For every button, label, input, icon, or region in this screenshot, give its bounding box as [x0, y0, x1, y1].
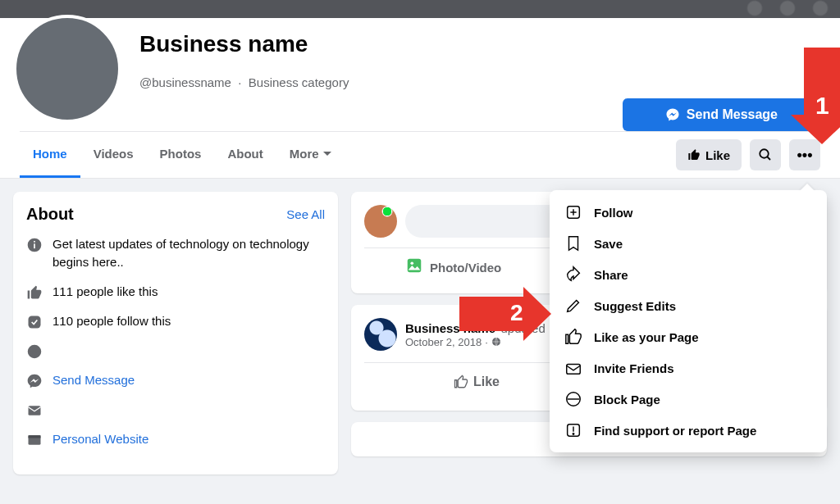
tab-home[interactable]: Home [20, 132, 80, 178]
menu-follow-label: Follow [594, 206, 633, 220]
more-dropdown-menu: Follow Save Share Suggest Edits Like as … [550, 190, 827, 452]
like-label: Like [705, 148, 730, 162]
svg-line-1 [767, 157, 770, 160]
post-avatar[interactable] [364, 318, 397, 351]
menu-like-as-page-label: Like as your Page [594, 330, 699, 344]
bookmark-icon [564, 234, 582, 252]
menu-suggest-edits[interactable]: Suggest Edits [556, 290, 820, 321]
svg-point-0 [760, 149, 769, 158]
svg-rect-9 [29, 435, 41, 438]
menu-block-page[interactable]: Block Page [556, 384, 820, 415]
messenger-icon [665, 107, 680, 122]
tab-about[interactable]: About [214, 132, 276, 178]
page-header: Business name @businessname · Business c… [0, 18, 840, 179]
mail-icon [26, 402, 43, 419]
about-card: About See All Get latest updates of tech… [13, 192, 338, 474]
tab-videos[interactable]: Videos [80, 132, 147, 178]
follow-icon [564, 203, 582, 221]
menu-suggest-edits-label: Suggest Edits [594, 299, 676, 313]
page-category: Business category [249, 75, 349, 89]
invite-icon [564, 359, 582, 377]
menu-save-label: Save [594, 237, 623, 251]
thumbs-up-icon [687, 148, 701, 161]
svg-rect-10 [408, 259, 422, 273]
photo-video-button[interactable]: Photo/Video [430, 261, 501, 275]
annotation-arrow-2: 2 [459, 287, 551, 341]
annotation-arrow-1: 1 [804, 48, 840, 116]
about-website-link-row[interactable]: Personal Website [26, 430, 325, 448]
post-like-label: Like [473, 375, 500, 389]
menu-report-label: Find support or report Page [594, 424, 756, 438]
svg-rect-3 [34, 243, 35, 248]
share-icon [564, 266, 582, 284]
about-send-message[interactable]: Send Message [26, 371, 325, 389]
about-intro-text: Get latest updates of technology on tech… [52, 235, 325, 271]
about-title: About [26, 205, 74, 224]
check-badge-icon [26, 314, 43, 330]
messenger-icon [26, 373, 43, 389]
menu-share[interactable]: Share [556, 259, 820, 290]
about-follows: 110 people follow this [26, 312, 325, 330]
about-follows-text: 110 people follow this [52, 312, 171, 330]
menu-like-as-page[interactable]: Like as your Page [556, 321, 820, 352]
thumbs-up-icon [564, 328, 582, 346]
photo-icon [405, 257, 423, 279]
svg-rect-4 [34, 241, 35, 243]
pencil-icon [564, 297, 582, 315]
thumbs-up-icon [26, 284, 43, 301]
menu-invite-friends[interactable]: Invite Friends [556, 352, 820, 384]
tab-more-label: More [290, 131, 319, 177]
search-icon [758, 148, 773, 162]
see-all-link[interactable]: See All [286, 207, 325, 221]
user-avatar[interactable] [364, 205, 397, 238]
personal-website-link[interactable]: Personal Website [52, 430, 148, 448]
info-icon [26, 237, 43, 253]
svg-rect-16 [567, 364, 581, 374]
about-website-row [26, 342, 325, 360]
about-likes: 111 people like this [26, 283, 325, 301]
tab-more[interactable]: More [276, 132, 345, 178]
menu-report[interactable]: Find support or report Page [556, 415, 820, 446]
chevron-down-icon [322, 149, 332, 159]
menu-block-page-label: Block Page [594, 393, 660, 406]
send-message-link[interactable]: Send Message [52, 371, 135, 389]
menu-invite-friends-label: Invite Friends [594, 361, 674, 375]
block-icon [564, 390, 582, 408]
tab-photos[interactable]: Photos [147, 132, 215, 178]
menu-share-label: Share [594, 268, 628, 282]
ellipsis-icon: ••• [797, 148, 813, 162]
tabs-bar: Home Videos Photos About More Like ••• [0, 132, 840, 178]
report-icon [564, 421, 582, 439]
page-subtitle: @businessname · Business category [139, 75, 820, 89]
window-top-bar [0, 0, 840, 18]
svg-rect-7 [29, 406, 41, 415]
about-likes-text: 111 people like this [52, 283, 158, 301]
svg-rect-5 [29, 316, 41, 328]
page-handle[interactable]: @businessname [139, 75, 231, 89]
page-avatar[interactable] [13, 15, 121, 123]
like-button[interactable]: Like [676, 139, 742, 170]
website-icon [26, 432, 43, 448]
globe-icon [26, 343, 43, 360]
about-email-row [26, 401, 325, 419]
thumbs-up-outline-icon [454, 375, 468, 389]
search-button[interactable] [750, 139, 781, 170]
annotation-number-2: 2 [510, 300, 523, 326]
about-intro: Get latest updates of technology on tech… [26, 235, 325, 271]
svg-point-11 [410, 261, 413, 265]
send-message-label: Send Message [687, 107, 778, 122]
svg-point-21 [573, 434, 573, 434]
page-title: Business name [139, 31, 820, 57]
menu-save[interactable]: Save [556, 228, 820, 259]
menu-follow[interactable]: Follow [556, 197, 820, 228]
